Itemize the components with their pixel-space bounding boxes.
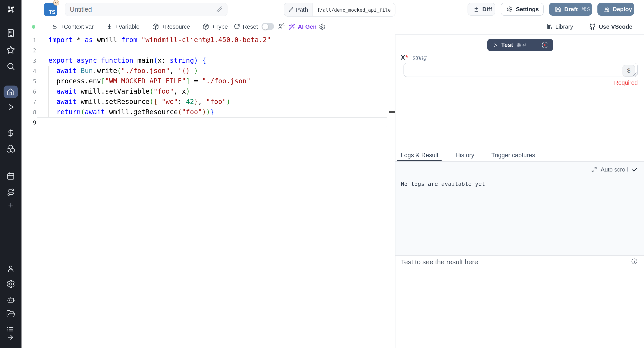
tab-trigger-captures[interactable]: Trigger captures [491, 152, 535, 158]
sidebar [0, 0, 22, 348]
logs-panel: Auto scroll No logs are available yet [396, 162, 644, 255]
test-button-group[interactable]: Test ⌘↵ [487, 39, 553, 51]
user-icon[interactable] [7, 265, 15, 273]
add-variable-button[interactable]: +Variable [106, 19, 140, 34]
tab-logs-result[interactable]: Logs & Result [401, 152, 438, 158]
path-label-section: Path [284, 3, 312, 16]
reset-label: Reset [243, 23, 258, 30]
magic-wand-icon [288, 23, 295, 30]
required-hint: Required [404, 79, 638, 86]
use-vscode-button[interactable]: Use VScode [589, 19, 632, 34]
workspace-building-icon[interactable] [6, 29, 15, 38]
script-title-field[interactable]: Untitled [65, 3, 228, 16]
windmill-logo-icon[interactable] [6, 4, 16, 14]
settings-button[interactable]: Settings [501, 3, 544, 16]
library-icon [546, 23, 553, 30]
draft-button-label: Draft [564, 6, 578, 12]
diff-mode-toggle[interactable] [262, 19, 274, 34]
ai-gen-label: AI Gen [298, 23, 317, 30]
tab-history[interactable]: History [456, 152, 474, 158]
language-badge-label: TS [48, 9, 56, 15]
edit-title-pencil-icon[interactable] [216, 6, 222, 12]
audit-list-icon[interactable] [7, 326, 14, 333]
multiplayer-icon[interactable] [278, 19, 285, 34]
schedules-calendar-icon[interactable] [7, 172, 15, 180]
code-editor[interactable]: 1import * as wmill from "windmill-client… [22, 34, 396, 348]
sidebar-divider [0, 20, 22, 20]
code-line[interactable]: 1import * as wmill from "windmill-client… [22, 35, 396, 45]
deploy-button-label: Deploy [613, 6, 632, 12]
use-vscode-label: Use VScode [599, 23, 632, 30]
package-icon [202, 23, 209, 30]
code-line[interactable]: 5 process.env["WM_MOCKED_API_FILE"] = ".… [22, 76, 396, 86]
add-plus-icon[interactable] [7, 202, 14, 209]
capture-test-button[interactable] [536, 39, 553, 51]
indent-guide [48, 66, 48, 117]
deploy-button[interactable]: Deploy [598, 3, 634, 16]
logs-empty-message: No logs are available yet [401, 180, 485, 187]
add-variable-label: +Variable [115, 23, 140, 30]
runs-play-icon[interactable] [7, 103, 15, 111]
favorites-star-icon[interactable] [6, 45, 15, 54]
code-line[interactable]: 7 await wmill.setResource({ "we": 42}, "… [22, 97, 396, 107]
status-dot [32, 25, 36, 29]
path-value: f/all/demo_mocked_api_file [312, 3, 395, 16]
dollar-icon [52, 24, 58, 29]
test-button[interactable]: Test ⌘↵ [487, 39, 536, 51]
code-line[interactable]: 3export async function main(x: string) { [22, 56, 396, 66]
path-label: Path [296, 6, 308, 13]
save-icon [603, 6, 610, 12]
settings-gear-icon[interactable] [6, 280, 15, 288]
diff-icon [473, 6, 479, 12]
github-icon [589, 23, 596, 30]
code-lines[interactable]: 1import * as wmill from "windmill-client… [22, 35, 396, 128]
info-icon[interactable] [631, 258, 638, 265]
variables-dollar-icon[interactable] [7, 129, 15, 137]
script-title: Untitled [70, 6, 216, 13]
home-icon[interactable] [7, 88, 15, 96]
code-line[interactable]: 2 [22, 45, 396, 56]
add-resource-label: +Resource [162, 23, 190, 30]
ai-gen-button[interactable]: AI Gen [288, 19, 317, 34]
edit-path-pencil-icon [288, 7, 293, 12]
library-button[interactable]: Library [546, 19, 573, 34]
expand-logs-icon[interactable] [592, 166, 597, 172]
diff-button-label: Diff [482, 6, 492, 12]
play-icon [493, 42, 498, 48]
result-tabs: Logs & Result History Trigger captures [401, 149, 535, 161]
add-context-var-button[interactable]: +Context var [52, 19, 94, 34]
autoscroll-label: Auto scroll [601, 166, 628, 173]
workers-bot-icon[interactable] [6, 295, 15, 304]
editor-right-edge [388, 34, 388, 348]
code-line[interactable]: 8 return(await wmill.getResource("foo"))… [22, 107, 396, 117]
code-line[interactable]: 9 [22, 117, 396, 128]
triggers-route-icon[interactable] [7, 188, 15, 196]
resize-handle[interactable] [633, 72, 637, 76]
editor-settings-gear-icon[interactable] [319, 19, 326, 34]
code-line[interactable]: 6 await wmill.setVariable("foo", x) [22, 86, 396, 97]
runtime-emoji-badge [53, 0, 60, 6]
path-field[interactable]: Path f/all/demo_mocked_api_file [284, 3, 396, 16]
argument-input[interactable]: $ [404, 63, 638, 77]
result-placeholder: Test to see the result here [401, 258, 478, 266]
add-resource-button[interactable]: +Resource [152, 19, 190, 34]
required-asterisk: * [406, 54, 408, 61]
result-divider [396, 255, 644, 256]
autoscroll-row: Auto scroll [592, 166, 638, 173]
add-type-label: +Type [212, 23, 228, 30]
sidebar-divider [0, 80, 22, 81]
add-type-button[interactable]: +Type [202, 19, 228, 34]
argument-type: string [412, 54, 427, 61]
expand-sidebar-arrow-icon[interactable] [7, 334, 14, 341]
autoscroll-checkbox-checked[interactable] [632, 166, 638, 173]
add-context-var-label: +Context var [60, 23, 94, 30]
test-button-label: Test [501, 42, 513, 48]
reset-button[interactable]: Reset [234, 19, 258, 34]
search-icon[interactable] [6, 62, 15, 71]
reset-rotate-icon [234, 23, 240, 30]
draft-button[interactable]: Draft ⌘S [549, 3, 592, 16]
diff-button[interactable]: Diff [468, 3, 495, 16]
resources-boxes-icon[interactable] [6, 144, 15, 153]
code-line[interactable]: 4 await Bun.write("./foo.json", '{}') [22, 66, 396, 76]
folders-icon[interactable] [6, 310, 15, 318]
